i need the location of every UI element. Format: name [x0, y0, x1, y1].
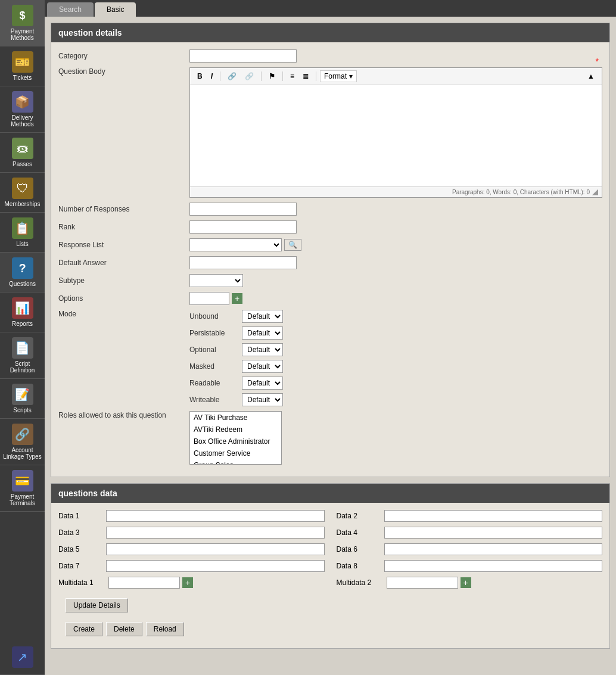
options-label: Options: [58, 294, 189, 303]
memberships-icon: [12, 178, 33, 199]
data-grid: Data 1 Data 3 Data 5 Data 7: [58, 510, 602, 593]
options-input[interactable]: [189, 292, 229, 305]
ordered-list-button[interactable]: ≡: [287, 70, 298, 82]
delete-button[interactable]: Delete: [106, 622, 142, 636]
sidebar-item-label: Passes: [13, 161, 32, 167]
mode-persistable-select[interactable]: Default: [242, 326, 283, 340]
toolbar-divider-3: [282, 71, 283, 81]
category-input[interactable]: [189, 49, 297, 63]
data2-input[interactable]: [384, 510, 603, 522]
sidebar-item-payment-methods[interactable]: Payment Methods: [0, 0, 45, 46]
rank-input[interactable]: [189, 220, 297, 234]
roles-row: Roles allowed to ask this question AV Ti…: [58, 411, 602, 465]
bold-button[interactable]: B: [194, 70, 206, 82]
payment-icon: [12, 5, 33, 26]
mode-readable-select[interactable]: Default: [242, 377, 283, 390]
unlink-button[interactable]: 🔗: [241, 70, 257, 82]
data1-input[interactable]: [106, 510, 325, 522]
data5-input[interactable]: [106, 543, 325, 555]
roles-list-item[interactable]: Box Office Administrator: [190, 436, 281, 447]
sidebar-item-label: Reports: [12, 321, 33, 327]
passes-icon: [12, 138, 33, 159]
editor-container: * B I 🔗 🔗 ⚑ ≡: [189, 67, 602, 198]
format-dropdown[interactable]: Format ▾: [320, 70, 357, 82]
sidebar-item-tickets[interactable]: Tickets: [0, 46, 45, 86]
mode-writeable-select[interactable]: Default: [242, 393, 283, 406]
roles-list[interactable]: AV Tiki Purchase AVTiki Redeem Box Offic…: [189, 411, 282, 465]
create-button[interactable]: Create: [66, 622, 102, 636]
sidebar-item-exit[interactable]: [0, 642, 45, 675]
multidata1-row: Multidata 1 +: [58, 577, 325, 589]
flag-button[interactable]: ⚑: [265, 70, 279, 82]
default-answer-input[interactable]: [189, 256, 297, 269]
mode-masked-label: Masked: [189, 362, 237, 371]
multidata2-row: Multidata 2 +: [337, 577, 603, 589]
questions-data-body: Data 1 Data 3 Data 5 Data 7: [51, 503, 609, 648]
roles-list-item[interactable]: Customer Service: [190, 447, 281, 459]
link-button[interactable]: 🔗: [224, 70, 240, 82]
sidebar-item-account-linkage[interactable]: Account Linkage Types: [0, 419, 45, 465]
data1-label: Data 1: [58, 512, 106, 520]
number-responses-row: Number of Responses: [58, 203, 602, 216]
options-add-button[interactable]: +: [232, 293, 242, 304]
number-responses-input[interactable]: [189, 203, 297, 216]
script-icon: [12, 337, 33, 359]
rank-label: Rank: [58, 223, 189, 231]
reload-button[interactable]: Reload: [146, 622, 184, 636]
data8-input[interactable]: [384, 560, 603, 572]
mode-optional-select[interactable]: Default: [242, 343, 283, 356]
data7-label: Data 7: [58, 562, 106, 570]
sidebar-item-lists[interactable]: Lists: [0, 213, 45, 253]
data3-input[interactable]: [106, 527, 325, 539]
multidata1-add-button[interactable]: +: [182, 577, 193, 588]
data5-row: Data 5: [58, 543, 325, 555]
questions-icon: [12, 257, 33, 279]
unordered-list-button[interactable]: ≣: [299, 70, 312, 82]
multidata1-input[interactable]: [108, 577, 180, 589]
question-body-row: Question Body * B I 🔗 🔗 ⚑: [58, 67, 602, 198]
mode-section: Unbound Default Persistable Default: [189, 310, 283, 406]
multidata2-input[interactable]: [387, 577, 458, 589]
mode-unbound-label: Unbound: [189, 312, 237, 321]
italic-button[interactable]: I: [207, 70, 216, 82]
data6-input[interactable]: [384, 543, 603, 555]
response-list-select[interactable]: [189, 238, 282, 251]
data7-input[interactable]: [106, 560, 325, 572]
mode-persistable-label: Persistable: [189, 329, 237, 337]
subtype-select[interactable]: [189, 274, 243, 287]
multidata2-add-button[interactable]: +: [461, 577, 471, 588]
tab-basic[interactable]: Basic: [95, 2, 136, 17]
tickets-icon: [12, 51, 33, 73]
roles-list-item[interactable]: AV Tiki Purchase: [190, 412, 281, 424]
roles-list-item[interactable]: AVTiki Redeem: [190, 424, 281, 436]
mode-row: Mode Unbound Default Persistable Default: [58, 310, 602, 406]
update-details-button[interactable]: Update Details: [66, 598, 128, 612]
editor-area[interactable]: [190, 85, 602, 186]
mode-unbound-select[interactable]: Default: [242, 310, 283, 323]
mode-optional-row: Optional Default: [189, 343, 283, 356]
sidebar-item-delivery-methods[interactable]: Delivery Methods: [0, 86, 45, 133]
tab-search[interactable]: Search: [47, 2, 94, 17]
multidata2-label: Multidata 2: [337, 578, 384, 587]
data4-input[interactable]: [384, 527, 603, 539]
content-area: question details Category Question Body …: [45, 17, 616, 675]
sidebar-item-memberships[interactable]: Memberships: [0, 173, 45, 213]
exit-icon: [12, 646, 33, 668]
sidebar-item-passes[interactable]: Passes: [0, 133, 45, 173]
sidebar-item-script-definition[interactable]: Script Definition: [0, 332, 45, 379]
sidebar-item-questions[interactable]: Questions: [0, 253, 45, 293]
response-list-search-button[interactable]: 🔍: [284, 239, 301, 251]
scroll-up-button[interactable]: ▲: [584, 70, 598, 82]
sidebar-item-label: Memberships: [4, 201, 40, 207]
data-column-left: Data 1 Data 3 Data 5 Data 7: [58, 510, 325, 593]
roles-list-item[interactable]: Group Sales: [190, 459, 281, 465]
sidebar-item-scripts[interactable]: Scripts: [0, 379, 45, 419]
mode-masked-select[interactable]: Default: [242, 360, 283, 373]
resize-handle[interactable]: [592, 189, 598, 195]
data1-row: Data 1: [58, 510, 325, 522]
update-details-container: Update Details: [58, 598, 602, 617]
sidebar-item-reports[interactable]: Reports: [0, 293, 45, 332]
sidebar-item-terminals[interactable]: Payment Terminals: [0, 465, 45, 512]
multidata1-label: Multidata 1: [58, 578, 106, 587]
response-list-controls: 🔍: [189, 238, 301, 251]
